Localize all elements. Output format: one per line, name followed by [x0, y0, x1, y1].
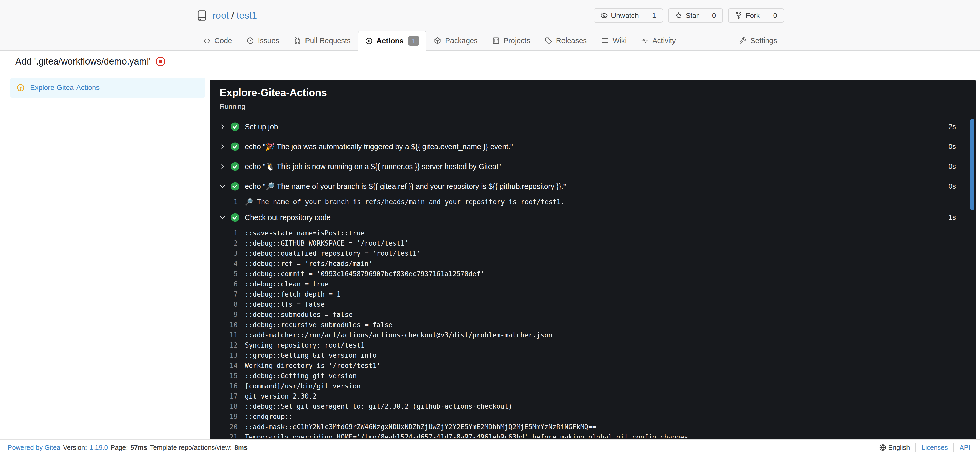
- log-line: 5::debug::commit = '0993c16458796907bcf8…: [210, 269, 976, 279]
- log-line: 17git version 2.30.2: [210, 391, 976, 401]
- chevron-right-icon: [219, 124, 226, 130]
- run-view: Add '.gitea/workflows/demo.yaml' Explore…: [0, 51, 980, 439]
- repo-header-band: root/test1 Unwatch 1: [0, 0, 980, 51]
- page-footer: Powered by Gitea Version: 1.19.0 Page: 5…: [0, 439, 980, 455]
- repo-action-buttons: Unwatch 1 Star 0: [593, 8, 784, 23]
- chevron-right-icon: [219, 163, 226, 170]
- run-sidebar: Add '.gitea/workflows/demo.yaml' Explore…: [4, 51, 206, 98]
- log-line: 20::add-mask::eC1hY2Nlc3MtdG9rZW46NzgxND…: [210, 422, 976, 432]
- log-line: 2::debug::GITHUB_WORKSPACE = '/root/test…: [210, 238, 976, 248]
- unwatch-button[interactable]: Unwatch: [594, 9, 645, 22]
- tab-pull-requests[interactable]: Pull Requests: [286, 30, 358, 51]
- licenses-link[interactable]: Licenses: [921, 444, 948, 451]
- log-line: 9::debug::submodules = false: [210, 309, 976, 320]
- tag-icon: [544, 37, 552, 44]
- step-row-checkout[interactable]: Check out repository code 1s: [210, 208, 976, 227]
- log-line: 1🔎 The name of your branch is refs/heads…: [210, 197, 976, 207]
- tab-projects[interactable]: Projects: [485, 30, 538, 51]
- log-line: 1::save-state name=isPost::true: [210, 228, 976, 238]
- book-open-icon: [601, 37, 609, 44]
- footer-divider: [915, 443, 916, 452]
- step-duration: 0s: [948, 162, 956, 171]
- cancel-run-button[interactable]: [155, 56, 166, 67]
- step-duration: 2s: [948, 123, 956, 131]
- job-log-header: Explore-Gitea-Actions Running: [210, 80, 976, 116]
- tab-wiki[interactable]: Wiki: [594, 30, 634, 51]
- template-time: 8ms: [234, 444, 248, 451]
- log-line: 18::debug::Set git useragent to: git/2.3…: [210, 401, 976, 412]
- package-icon: [434, 37, 442, 44]
- fork-count[interactable]: 0: [766, 9, 784, 22]
- chevron-right-icon: [219, 143, 226, 150]
- fork-button-group: Fork 0: [728, 8, 784, 23]
- project-icon: [492, 37, 500, 44]
- job-title: Explore-Gitea-Actions: [220, 86, 966, 99]
- pull-request-icon: [293, 37, 301, 44]
- tab-packages[interactable]: Packages: [426, 30, 485, 51]
- step-row-echo-trigger[interactable]: echo "🎉 The job was automatically trigge…: [210, 137, 976, 157]
- chevron-down-icon: [219, 214, 226, 221]
- log-scrollbar[interactable]: [970, 119, 974, 210]
- log-line: 7::debug::fetch depth = 1: [210, 289, 976, 299]
- log-line: 8::debug::lfs = false: [210, 299, 976, 309]
- template-time-label: Template repo/actions/view:: [150, 444, 232, 451]
- version-link[interactable]: 1.19.0: [89, 444, 108, 451]
- breadcrumb-owner-link[interactable]: root: [213, 10, 229, 21]
- fork-button[interactable]: Fork: [729, 9, 766, 22]
- step-duration: 0s: [948, 143, 956, 151]
- repo-icon: [196, 10, 207, 21]
- repo-header: root/test1 Unwatch 1: [196, 0, 784, 25]
- star-button[interactable]: Star: [669, 9, 705, 22]
- star-icon: [675, 12, 682, 19]
- tab-issues[interactable]: Issues: [239, 30, 286, 51]
- pulse-icon: [641, 37, 649, 44]
- job-running-icon: [16, 83, 25, 92]
- job-list-item[interactable]: Explore-Gitea-Actions: [10, 78, 205, 98]
- log-line: 13::group::Getting Git version info: [210, 350, 976, 361]
- code-icon: [203, 37, 211, 44]
- job-status: Running: [220, 103, 966, 111]
- check-circle-icon: [231, 162, 240, 171]
- page-time: 57ms: [130, 444, 148, 451]
- issue-icon: [246, 37, 254, 44]
- job-log-panel: Explore-Gitea-Actions Running Set up job…: [210, 80, 976, 439]
- job-log-steps: Set up job 2s echo "🎉 The job was automa…: [210, 116, 976, 438]
- step-duration: 1s: [948, 214, 956, 222]
- step-row-setup[interactable]: Set up job 2s: [210, 117, 976, 137]
- play-circle-icon: [365, 37, 373, 45]
- api-link[interactable]: API: [959, 444, 970, 451]
- log-line: 19::endgroup::: [210, 412, 976, 422]
- log-line: 10::debug::recursive submodules = false: [210, 320, 976, 330]
- log-line: 12Syncing repository: root/test1: [210, 340, 976, 350]
- repo-tabs-bar: Code Issues Pull Requests Actions 1 Pack…: [0, 30, 980, 51]
- log-line: 16[command]/usr/bin/git version: [210, 381, 976, 391]
- check-circle-icon: [231, 213, 240, 222]
- tab-actions[interactable]: Actions 1: [358, 31, 426, 51]
- tab-settings[interactable]: Settings: [732, 30, 784, 51]
- breadcrumb-separator: /: [229, 10, 237, 21]
- language-selector[interactable]: English: [879, 444, 910, 451]
- log-line: 11::add-matcher::/run/act/actions/action…: [210, 330, 976, 340]
- step-log-output: 1🔎 The name of your branch is refs/heads…: [210, 196, 976, 208]
- run-title: Add '.gitea/workflows/demo.yaml': [15, 56, 206, 67]
- page-time-label: Page:: [110, 444, 128, 451]
- tab-code[interactable]: Code: [196, 30, 239, 51]
- check-circle-icon: [231, 142, 240, 151]
- tab-releases[interactable]: Releases: [537, 30, 594, 51]
- fork-icon: [735, 12, 742, 19]
- step-duration: 0s: [948, 182, 956, 190]
- log-line: 4::debug::ref = 'refs/heads/main': [210, 258, 976, 269]
- check-circle-icon: [231, 182, 240, 191]
- step-log-output: 1::save-state name=isPost::true 2::debug…: [210, 227, 976, 438]
- breadcrumb-repo-link[interactable]: test1: [237, 10, 257, 21]
- job-name: Explore-Gitea-Actions: [30, 84, 100, 92]
- chevron-down-icon: [219, 183, 226, 190]
- powered-by-link[interactable]: Powered by Gitea: [8, 444, 60, 451]
- step-row-echo-branch[interactable]: echo "🔎 The name of your branch is ${{ g…: [210, 176, 976, 196]
- watch-button-group: Unwatch 1: [593, 8, 663, 23]
- step-row-echo-runner[interactable]: echo "🐧 This job is now running on a ${{…: [210, 157, 976, 176]
- watch-count[interactable]: 1: [645, 9, 663, 22]
- log-line: 14Working directory is '/root/test1': [210, 361, 976, 371]
- star-count[interactable]: 0: [705, 9, 723, 22]
- tab-activity[interactable]: Activity: [634, 30, 683, 51]
